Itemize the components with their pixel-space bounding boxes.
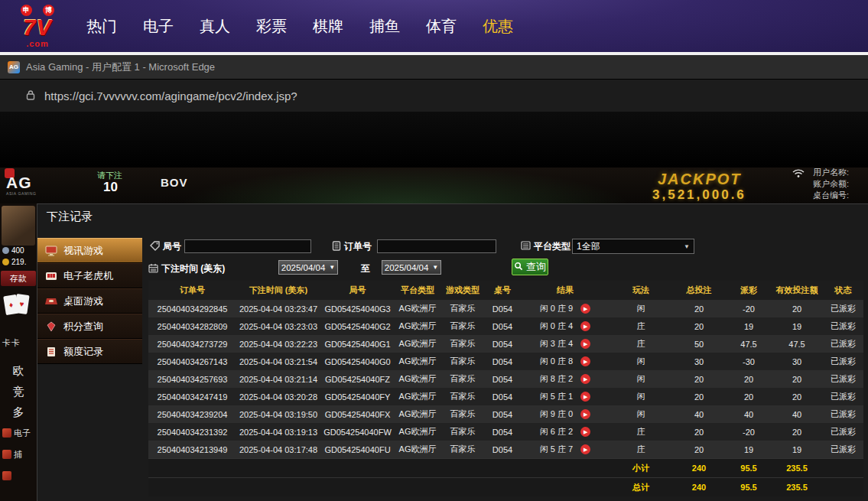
cell: 闲 xyxy=(610,388,671,405)
cell: 40 xyxy=(727,405,771,423)
lobby-bottom-tab[interactable] xyxy=(0,468,37,483)
cell: 已派彩 xyxy=(823,441,863,459)
cell: 47.5 xyxy=(727,335,771,353)
cell: D054 xyxy=(485,441,520,459)
cell-result: 闲 0 庄 9▶ xyxy=(520,300,610,317)
nav-item[interactable]: 彩票 xyxy=(256,16,287,37)
order-number-input[interactable] xyxy=(377,239,496,253)
cell: 40 xyxy=(671,405,727,423)
browser-address-bar[interactable]: https://gci.7vvvvvv.com/agingame/pcv2/in… xyxy=(0,79,868,112)
cell: AG欧洲厅 xyxy=(395,353,441,370)
column-header: 结果 xyxy=(520,281,610,300)
cell: 250404034273729 xyxy=(148,335,236,353)
players-icon xyxy=(2,247,9,254)
cell: 2025-04-04 03:19:13 xyxy=(236,423,320,441)
platform-type-label: 平台类型 xyxy=(521,240,571,253)
sidebar-item-video-games[interactable]: 视讯游戏 xyxy=(37,238,142,263)
bet-table-body: 2504040342928452025-04-04 03:23:47GD0542… xyxy=(148,300,863,459)
diamond-icon xyxy=(45,321,57,332)
replay-icon[interactable]: ▶ xyxy=(580,304,590,314)
replay-icon[interactable]: ▶ xyxy=(580,409,590,419)
to-label: 至 xyxy=(361,262,370,275)
ag-lobby-logo: AG xyxy=(6,174,32,190)
cell: 2025-04-04 03:23:47 xyxy=(236,300,320,317)
cell-result: 闲 0 庄 4▶ xyxy=(520,317,610,335)
sidebar-item-credit-records[interactable]: 额度记录 xyxy=(37,339,142,364)
lobby-bottom-tab[interactable]: 捕 xyxy=(0,447,37,462)
round-number-input[interactable] xyxy=(184,239,311,253)
nav-item[interactable]: 棋牌 xyxy=(313,16,343,37)
subtotal-label: 小计 xyxy=(610,459,671,478)
date-from-picker[interactable]: 2025/04/04 ▼ xyxy=(278,260,338,275)
cell: 20 xyxy=(771,300,823,317)
cell: 20 xyxy=(771,388,823,405)
search-button[interactable]: 查询 xyxy=(512,259,548,275)
total-total-bet: 240 xyxy=(671,478,727,497)
cell: 250404034267143 xyxy=(148,353,236,370)
cell: 百家乐 xyxy=(441,335,485,353)
main-nav: 热门电子真人彩票棋牌捕鱼体育优惠 xyxy=(73,16,526,37)
card-icon: ♥ xyxy=(14,294,29,314)
date-to-picker[interactable]: 2025/04/04 ▼ xyxy=(382,260,441,275)
replay-icon[interactable]: ▶ xyxy=(580,321,590,331)
replay-icon[interactable]: ▶ xyxy=(580,339,590,349)
hall-tab[interactable]: 竞 xyxy=(0,382,37,402)
site-logo[interactable]: 申 博 7V .com xyxy=(9,5,66,48)
balance-amount: 219. xyxy=(2,258,26,266)
platform-type-select[interactable]: 1全部 ▼ xyxy=(572,239,694,254)
replay-icon[interactable]: ▶ xyxy=(580,392,590,402)
cell: D054 xyxy=(485,335,520,353)
deposit-button[interactable]: 存款 xyxy=(1,271,36,286)
sidebar-item-table-games[interactable]: 桌面游戏 xyxy=(37,288,142,314)
nav-item[interactable]: 优惠 xyxy=(483,16,513,37)
url-text[interactable]: https://gci.7vvvvvv.com/agingame/pcv2/in… xyxy=(44,89,297,102)
cell: 百家乐 xyxy=(441,441,485,459)
document-icon xyxy=(45,346,57,357)
cell: -30 xyxy=(727,353,771,370)
replay-icon[interactable]: ▶ xyxy=(580,374,590,384)
nav-item[interactable]: 热门 xyxy=(86,16,117,37)
hall-tab[interactable]: 欧 xyxy=(0,361,37,382)
nav-item[interactable]: 体育 xyxy=(426,16,457,37)
bet-records-table: 订单号下注时间 (美东)局号平台类型游戏类型桌号结果玩法总投注派彩有效投注额状态… xyxy=(148,281,863,496)
cell: D054 xyxy=(485,423,520,441)
nav-item[interactable]: 捕鱼 xyxy=(369,16,400,37)
column-header: 状态 xyxy=(823,281,863,300)
sidebar-item-slots[interactable]: 电子老虎机 xyxy=(37,263,142,288)
session-info: 用户名称: 账户余额: 桌台编号: xyxy=(813,167,868,201)
table-game-icon xyxy=(45,296,57,307)
table-row: 2504040342828092025-04-04 03:23:03GD0542… xyxy=(148,317,863,335)
cell: AG欧洲厅 xyxy=(395,388,441,405)
nav-item[interactable]: 真人 xyxy=(200,16,230,37)
baccarat-table-glow xyxy=(184,168,627,203)
slot-machine-icon xyxy=(45,271,57,281)
table-row: 2504040342313922025-04-04 03:19:13GD0542… xyxy=(148,423,863,441)
cell: 庄 xyxy=(610,317,671,335)
cell: 闲 xyxy=(610,353,671,370)
hall-tabs: 欧竞多 xyxy=(0,361,37,423)
nav-item[interactable]: 电子 xyxy=(143,16,174,37)
sidebar-item-label: 额度记录 xyxy=(63,345,103,359)
cell: GD054254040FZ xyxy=(320,370,395,388)
subtotal-payout: 95.5 xyxy=(727,459,771,478)
replay-icon[interactable]: ▶ xyxy=(580,427,590,437)
cell: 百家乐 xyxy=(441,317,485,335)
cell-result: 闲 5 庄 1▶ xyxy=(520,388,610,405)
column-header: 派彩 xyxy=(727,281,771,300)
hall-tab[interactable]: 多 xyxy=(0,402,37,423)
replay-icon[interactable]: ▶ xyxy=(580,356,590,366)
table-number-label: 桌台编号: xyxy=(813,190,868,201)
cell: D054 xyxy=(485,405,520,423)
result-text: 闲 0 庄 4 xyxy=(540,320,573,332)
subtotal-total-bet: 240 xyxy=(671,459,727,478)
cell: GD054254040G2 xyxy=(320,317,395,335)
cell: 20 xyxy=(671,423,727,441)
cell: 30 xyxy=(671,353,727,370)
lobby-bottom-tab[interactable]: 电子 xyxy=(0,425,37,441)
replay-icon[interactable]: ▶ xyxy=(580,444,590,454)
cell: AG欧洲厅 xyxy=(395,335,441,353)
cell: 2025-04-04 03:19:50 xyxy=(236,405,320,423)
ag-lobby-logo-sub: ASIA GAMING xyxy=(6,191,36,196)
sidebar-item-points[interactable]: 积分查询 xyxy=(37,314,142,339)
avatar[interactable] xyxy=(2,206,35,246)
